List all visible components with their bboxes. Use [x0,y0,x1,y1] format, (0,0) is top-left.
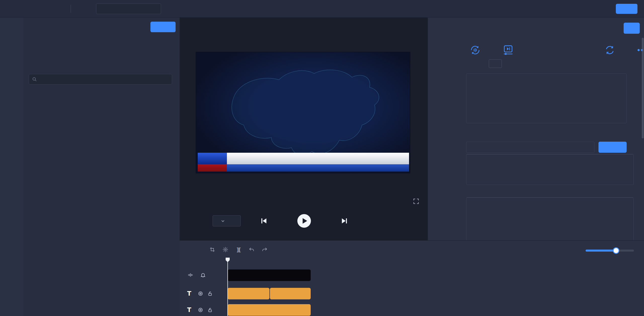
recommend-config-box [466,154,634,185]
play-icon [303,218,307,224]
text-clip[interactable] [228,288,269,299]
digits-tool[interactable] [534,43,554,46]
category-tab-other[interactable] [31,48,33,51]
text-track-icon: T [187,306,191,313]
content-panel-tabs [439,24,445,27]
text-clip[interactable] [270,288,311,299]
chevron-down-icon [221,219,225,223]
timeline-ruler[interactable] [228,258,644,268]
video-title-input[interactable] [466,142,594,153]
project-name-input[interactable] [96,4,161,14]
slider-fill [586,250,616,252]
template-panel [23,18,180,316]
playhead-line [227,258,228,316]
burst-icon[interactable] [222,246,229,253]
panel-scrollbar[interactable] [642,38,644,138]
extract-title-button[interactable] [598,142,627,153]
script-textarea[interactable] [466,73,627,123]
convert-icon [596,43,624,57]
redo-icon[interactable] [261,246,268,253]
content-panel [428,18,644,240]
recommend-button[interactable] [624,23,640,34]
pause-tool [487,43,530,68]
split-bracket-icon[interactable]: ][ [235,246,242,253]
mode-buttons [466,154,633,166]
search-icon [32,77,37,82]
audio-clip[interactable] [228,269,311,281]
transport-controls [260,214,348,228]
pause-icon [487,43,530,57]
pause-seconds-input[interactable] [489,59,502,68]
news-caption [198,153,409,172]
video-preview[interactable] [196,52,410,173]
unlock-icon[interactable] [207,290,213,297]
slider-thumb[interactable] [613,247,619,254]
breath-icon [465,43,485,57]
brand-badge [198,153,227,164]
undo-icon[interactable] [248,246,255,253]
template-search-input[interactable] [39,76,169,82]
compose-button[interactable] [616,4,637,14]
unlock-icon[interactable] [207,307,213,313]
text-track-icon: T [187,290,191,297]
crop-icon[interactable] [209,246,216,253]
visibility-icon[interactable] [197,290,204,297]
timeline-zoom-slider[interactable] [586,250,634,252]
caption-badges [198,153,227,172]
play-button[interactable] [297,214,311,228]
date-badge [198,164,227,172]
preview-stage [180,18,428,240]
sidebar [0,18,23,316]
text-track2-header: T [187,306,213,313]
topbar-divider [71,5,71,13]
batch-select-button[interactable] [150,22,176,32]
smart-video-app: ][ T [0,0,644,316]
text-track1-header: T [187,290,213,297]
previous-frame-button[interactable] [260,217,268,225]
voice-config-box [466,197,634,240]
voice-avatar-list [466,198,633,204]
audio-track-header [187,272,206,278]
template-search[interactable] [29,74,172,85]
bell-icon[interactable] [200,272,206,278]
caption-subheadline [227,164,409,172]
caption-headline [227,153,409,164]
timeline-panel: ][ T [180,240,644,316]
aspect-ratio-select[interactable] [213,215,241,226]
breath-tool[interactable] [465,43,485,61]
convert-text-tool[interactable] [596,43,624,61]
fullscreen-icon[interactable] [413,198,420,205]
visibility-icon[interactable] [197,307,204,313]
text-clip[interactable] [228,304,311,316]
audio-waveform-icon [187,272,194,278]
timeline-toolbar: ][ [209,246,268,253]
pause-control [487,59,530,68]
top-bar [0,0,644,18]
caption-text-block [227,153,409,172]
next-frame-button[interactable] [341,217,348,225]
